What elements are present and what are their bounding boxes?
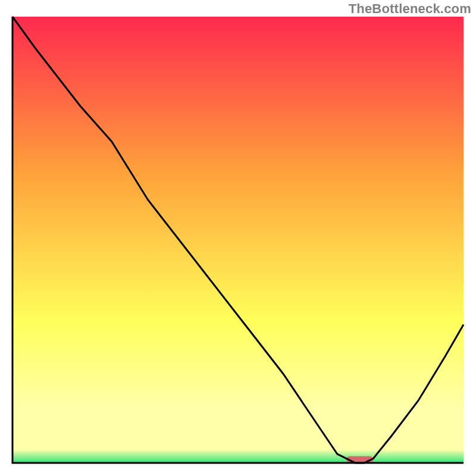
- bottleneck-chart: [0, 0, 476, 476]
- gradient-background: [12, 17, 464, 463]
- chart-canvas: TheBottleneck.com: [0, 0, 476, 476]
